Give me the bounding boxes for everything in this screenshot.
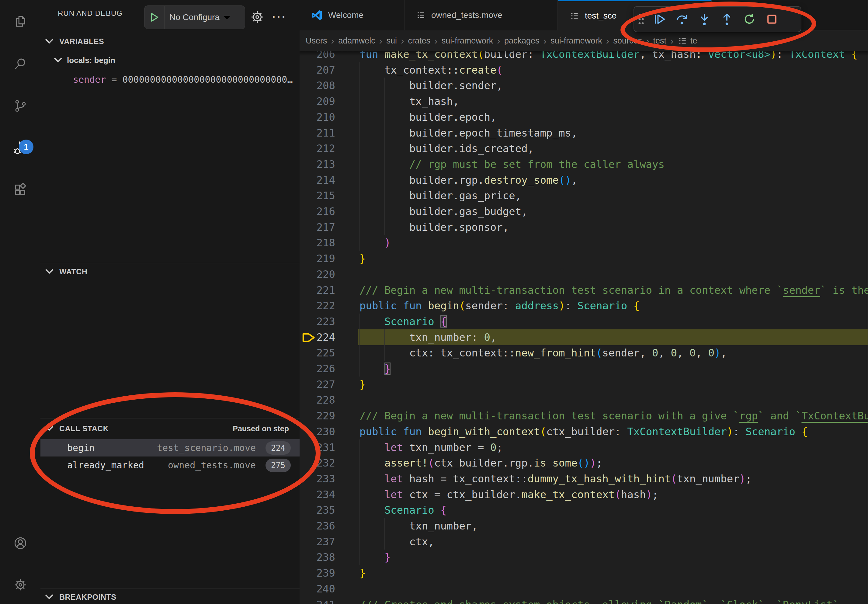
line-number: 219 (299, 251, 335, 266)
code-line-220[interactable]: 220 (299, 266, 868, 282)
code-line-219[interactable]: 219} (299, 251, 868, 266)
search-icon[interactable] (0, 49, 40, 79)
section-header-variables[interactable]: VARIABLES (40, 34, 299, 49)
code-line-228[interactable]: 228 (299, 392, 868, 408)
code-text: ctx, (360, 534, 434, 550)
settings-gear-icon[interactable] (0, 570, 40, 600)
code-line-224[interactable]: 224 txn_number: 0, (299, 329, 868, 345)
run-and-debug-icon[interactable]: 1 (0, 133, 40, 163)
code-line-237[interactable]: 237 ctx, (299, 534, 868, 550)
code-line-233[interactable]: 233 let hash = tx_context::dummy_tx_hash… (299, 471, 868, 486)
code-line-239[interactable]: 239} (299, 565, 868, 581)
code-line-210[interactable]: 210 builder.epoch, (299, 109, 868, 125)
frame-file: owned_tests.move (168, 457, 256, 474)
extensions-icon[interactable] (0, 175, 40, 205)
source-control-icon[interactable] (0, 91, 40, 121)
line-number: 239 (299, 565, 335, 581)
code-line-230[interactable]: 230public fun begin_with_context(ctx_bui… (299, 424, 868, 440)
code-text: ) (360, 235, 391, 251)
breadcrumb-item[interactable]: Users (306, 36, 327, 46)
code-text: Scenario { (360, 314, 447, 329)
editor-right-edge (867, 0, 867, 604)
code-line-225[interactable]: 225 ctx: tx_context::new_from_hint(sende… (299, 345, 868, 361)
code-line-209[interactable]: 209 tx_hash, (299, 93, 868, 109)
variables-scope-row[interactable]: locals: begin (40, 53, 299, 68)
tab-welcome[interactable]: Welcome (299, 0, 405, 30)
step-over-icon[interactable] (671, 7, 693, 32)
code-line-214[interactable]: 214 builder.rgp.destroy_some(), (299, 172, 868, 188)
step-out-icon[interactable] (716, 7, 738, 32)
call-stack-frame[interactable]: begin test_scenario.move 224 (40, 439, 299, 457)
start-debugging-icon[interactable] (148, 11, 160, 23)
section-header-breakpoints[interactable]: BREAKPOINTS (40, 590, 299, 604)
breadcrumb-item[interactable]: sources (613, 36, 642, 46)
breadcrumb-separator: › (430, 35, 442, 46)
line-number: 227 (299, 376, 335, 392)
line-number: 224 (299, 329, 335, 345)
views-more-actions-icon[interactable]: ··· (271, 9, 288, 26)
breadcrumb-item[interactable]: packages (504, 36, 539, 46)
code-editor[interactable]: 206fun make_tx_context(builder: TxContex… (299, 0, 868, 604)
code-line-218[interactable]: 218 ) (299, 235, 868, 251)
line-number: 212 (299, 141, 335, 156)
code-line-222[interactable]: 222public fun begin(sender: address): Sc… (299, 298, 868, 314)
breadcrumb: Users›adamwelc›sui›crates›sui-framework›… (299, 30, 868, 51)
code-line-231[interactable]: 231 let txn_number = 0; (299, 440, 868, 455)
breadcrumb-item[interactable]: crates (408, 36, 431, 46)
tab-owned-tests-move[interactable]: owned_tests.move (405, 0, 558, 30)
breadcrumb-item[interactable]: adamwelc (338, 36, 375, 46)
step-into-icon[interactable] (693, 7, 716, 32)
frame-function: already_marked (67, 457, 144, 474)
code-line-211[interactable]: 211 builder.epoch_timestamp_ms, (299, 125, 868, 141)
code-line-234[interactable]: 234 let ctx = ctx_builder.make_tx_contex… (299, 486, 868, 502)
code-line-207[interactable]: 207 tx_context::create( (299, 62, 868, 78)
accounts-icon[interactable] (0, 528, 40, 558)
code-line-240[interactable]: 240 (299, 581, 868, 597)
code-line-216[interactable]: 216 builder.gas_budget, (299, 203, 868, 219)
code-text: public fun begin_with_context(ctx_builde… (360, 424, 808, 440)
breadcrumb-item-file[interactable]: te (690, 36, 698, 46)
code-text: } (360, 361, 391, 376)
line-number: 225 (299, 345, 335, 361)
restart-icon[interactable] (738, 7, 761, 32)
code-line-221[interactable]: 221/// Begin a new multi-transaction tes… (299, 282, 868, 298)
variable-row-sender[interactable]: sender = 000000000000000000000000000000… (73, 72, 293, 87)
scroll-shadow (299, 51, 868, 56)
code-line-215[interactable]: 215 builder.gas_price, (299, 187, 868, 203)
code-line-235[interactable]: 235 Scenario { (299, 502, 868, 518)
breadcrumb-item[interactable]: test (653, 36, 666, 46)
breadcrumb-separator: › (539, 35, 551, 46)
line-number: 230 (299, 424, 335, 440)
explorer-icon[interactable] (0, 6, 40, 37)
debug-settings-gear-icon[interactable] (249, 9, 266, 26)
call-stack-frame[interactable]: already_marked owned_tests.move 275 (40, 457, 299, 474)
section-header-watch[interactable]: WATCH (40, 264, 299, 279)
frame-file: test_scenario.move (157, 439, 256, 457)
code-text: } (360, 376, 366, 392)
code-line-238[interactable]: 238 } (299, 549, 868, 565)
debug-config-picker[interactable]: No Configura (144, 5, 245, 29)
code-line-212[interactable]: 212 builder.ids_created, (299, 141, 868, 156)
breadcrumb-item[interactable]: sui-framework (550, 36, 602, 46)
stop-icon[interactable] (761, 7, 783, 32)
code-line-236[interactable]: 236 txn_number, (299, 518, 868, 534)
code-line-232[interactable]: 232 assert!(ctx_builder.rgp.is_some()); (299, 455, 868, 471)
code-line-226[interactable]: 226 } (299, 361, 868, 376)
breadcrumb-item[interactable]: sui-framework (442, 36, 493, 46)
line-number: 238 (299, 549, 335, 565)
code-line-223[interactable]: 223 Scenario { (299, 314, 868, 329)
code-line-208[interactable]: 208 builder.sender, (299, 77, 868, 93)
breadcrumb-separator: › (642, 35, 653, 46)
line-number: 223 (299, 314, 335, 329)
code-line-229[interactable]: 229/// Begin a new multi-transaction tes… (299, 408, 868, 424)
code-line-227[interactable]: 227} (299, 376, 868, 392)
breadcrumb-item[interactable]: sui (386, 36, 397, 46)
config-picker-label: No Configura (169, 12, 226, 22)
breadcrumb-separator: › (493, 35, 504, 46)
code-line-213[interactable]: 213 // rgp must be set from the caller a… (299, 156, 868, 172)
list-tree-icon (677, 36, 687, 46)
continue-icon[interactable] (648, 7, 671, 32)
gripper-icon[interactable] (634, 7, 648, 32)
code-line-217[interactable]: 217 builder.sponsor, (299, 219, 868, 235)
code-line-241[interactable]: 241/// Creates and shares system objects… (299, 597, 868, 604)
